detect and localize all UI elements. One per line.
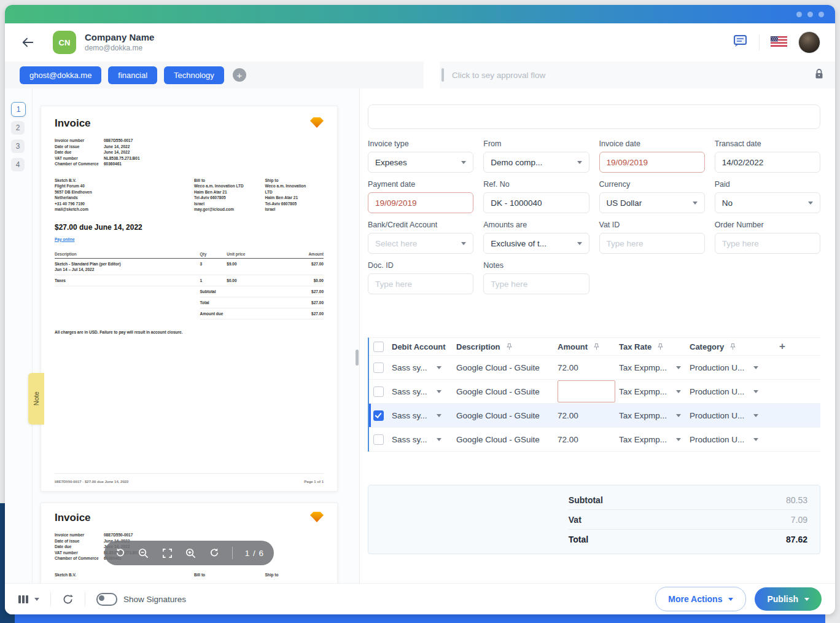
category-cell[interactable]: Production U... — [690, 435, 768, 444]
chevron-down-icon — [577, 161, 582, 164]
tax-rate-cell[interactable]: Tax Expmp... — [619, 387, 690, 396]
back-button[interactable] — [20, 34, 36, 50]
window-control-dot[interactable] — [796, 12, 802, 17]
page-thumb-4[interactable]: 4 — [11, 158, 25, 171]
row-checkbox[interactable] — [373, 386, 384, 397]
invoice-type-select[interactable]: Expeses — [368, 152, 473, 173]
category-cell[interactable]: Production U... — [690, 387, 768, 396]
invoice-addresses: Sketch B.V. Flight Forum 40 5657 DB Eind… — [55, 178, 324, 213]
refresh-icon[interactable] — [62, 594, 74, 605]
tag-financial[interactable]: financial — [108, 66, 157, 84]
page-thumb-2[interactable]: 2 — [11, 121, 25, 135]
rotate-right-icon[interactable] — [209, 547, 220, 559]
company-email: demo@dokka.me — [85, 44, 154, 53]
payment-date-input[interactable]: 19/09/2019 — [368, 192, 473, 213]
user-avatar[interactable] — [798, 31, 820, 53]
category-cell[interactable]: Production U... — [690, 411, 768, 420]
add-tag-button[interactable]: + — [233, 68, 246, 82]
amount-cell-invalid[interactable] — [558, 380, 619, 402]
currency-select[interactable]: US Dollar — [599, 192, 705, 213]
page-thumb-1[interactable]: 1 — [11, 102, 26, 117]
tax-rate-cell[interactable]: Tax Expmp... — [619, 411, 690, 420]
tag-technology[interactable]: Technology — [164, 66, 224, 84]
chevron-down-icon — [753, 390, 758, 393]
app-window: CN Company Name demo@dokka.me ghost@dokk… — [5, 5, 835, 614]
lock-icon[interactable] — [814, 68, 824, 82]
pin-icon[interactable] — [506, 343, 513, 350]
pin-icon[interactable] — [657, 343, 664, 350]
language-flag-icon[interactable] — [771, 36, 787, 49]
chevron-down-icon — [577, 242, 582, 245]
description-cell[interactable]: Google Cloud - GSuite — [456, 363, 558, 372]
row-checkbox-checked[interactable] — [373, 410, 384, 421]
debit-account-cell[interactable]: Sass sy... — [392, 363, 456, 372]
zoom-out-icon[interactable] — [138, 547, 149, 559]
pin-icon[interactable] — [593, 343, 600, 350]
amount-cell[interactable]: 72.00 — [558, 411, 619, 420]
document-name-input[interactable] — [368, 104, 820, 129]
doc-id-input[interactable]: Type here — [368, 273, 473, 294]
empty-amount-input[interactable] — [558, 380, 615, 402]
window-control-dot[interactable] — [807, 12, 813, 17]
pin-icon[interactable] — [729, 343, 736, 350]
order-number-input[interactable]: Type here — [715, 233, 820, 254]
more-actions-button[interactable]: More Actions — [655, 587, 746, 611]
row-checkbox[interactable] — [373, 362, 384, 373]
drag-handle[interactable] — [441, 68, 444, 82]
panel-resize-handle[interactable] — [356, 350, 359, 366]
invoice-date-input[interactable]: 19/09/2019 — [599, 152, 705, 173]
amount-cell[interactable]: 72.00 — [558, 435, 619, 444]
select-all-checkbox[interactable] — [373, 342, 384, 352]
window-control-dot[interactable] — [819, 12, 824, 17]
paid-select[interactable]: No — [715, 192, 820, 213]
chevron-down-icon — [437, 390, 441, 393]
add-column-button[interactable]: + — [768, 340, 820, 353]
company-avatar[interactable]: CN — [53, 31, 76, 54]
transact-date-input[interactable]: 14/02/2022 — [715, 152, 820, 173]
bank-credit-account-select[interactable]: Select here — [368, 233, 473, 254]
notes-input[interactable]: Type here — [483, 273, 589, 294]
tags-row: ghost@dokka.me financial Technology + Cl… — [5, 61, 835, 88]
chat-icon[interactable] — [732, 34, 748, 51]
amounts-are-select[interactable]: Exclusive of t... — [483, 233, 589, 254]
table-row: Sass sy... Google Cloud - GSuite Tax Exp… — [369, 380, 820, 404]
layout-columns-button[interactable] — [18, 595, 39, 603]
note-tab[interactable]: Note — [28, 373, 44, 425]
category-cell[interactable]: Production U... — [690, 363, 768, 372]
show-signatures-toggle[interactable] — [96, 593, 117, 606]
company-name: Company Name — [85, 32, 154, 44]
approval-flow-bar[interactable]: Click to sey approval flow — [440, 61, 835, 88]
line-items-table: Debit Account Description Amount Tax Rat… — [368, 337, 820, 452]
debit-account-cell[interactable]: Sass sy... — [392, 435, 456, 444]
tax-rate-cell[interactable]: Tax Expmp... — [619, 435, 690, 444]
zoom-in-icon[interactable] — [185, 547, 196, 559]
rotate-left-icon[interactable] — [114, 547, 126, 559]
page-thumb-3[interactable]: 3 — [11, 139, 25, 153]
vat-id-input[interactable]: Type here — [599, 233, 705, 254]
debit-account-cell[interactable]: Sass sy... — [392, 411, 456, 420]
invoice-note: All charges are in USD. Failure to pay w… — [55, 330, 324, 334]
tax-rate-cell[interactable]: Tax Expmp... — [619, 363, 690, 372]
invoice-meta: Invoice number08E7D550-0017 Date of issu… — [55, 138, 324, 167]
description-cell[interactable]: Google Cloud - GSuite — [456, 411, 558, 420]
publish-button[interactable]: Publish — [755, 587, 822, 611]
tag-ghost[interactable]: ghost@dokka.me — [20, 66, 101, 84]
description-cell[interactable]: Google Cloud - GSuite — [456, 387, 558, 396]
company-name-block: Company Name demo@dokka.me — [85, 32, 154, 53]
from-select[interactable]: Demo comp... — [483, 152, 589, 173]
ref-no-input[interactable]: DK - 1000040 — [483, 192, 589, 213]
app-header: CN Company Name demo@dokka.me — [5, 23, 835, 61]
chevron-down-icon — [753, 438, 758, 441]
arrow-left-icon — [21, 36, 34, 49]
show-signatures-label: Show Signatures — [123, 595, 186, 604]
fullscreen-icon[interactable] — [161, 547, 173, 559]
amount-cell[interactable]: 72.00 — [558, 363, 619, 372]
total-row: Total 87.62 — [569, 530, 807, 549]
header-divider — [759, 34, 760, 50]
debit-account-cell[interactable]: Sass sy... — [392, 387, 456, 396]
page-indicator: 1 / 6 — [245, 549, 264, 558]
chevron-down-icon — [693, 202, 698, 205]
chevron-down-icon — [437, 414, 441, 417]
row-checkbox[interactable] — [373, 434, 384, 445]
description-cell[interactable]: Google Cloud - GSuite — [456, 435, 558, 444]
